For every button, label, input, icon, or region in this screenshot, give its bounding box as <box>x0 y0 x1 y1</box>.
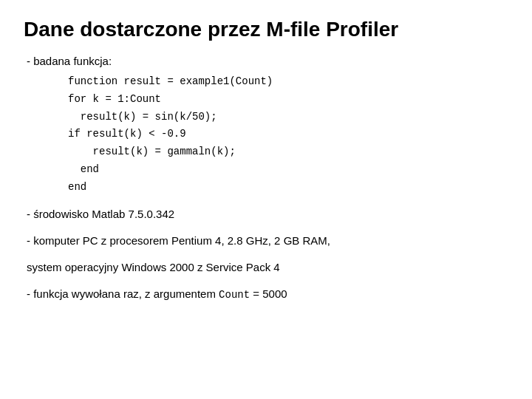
code-line-5: if result(k) < -0.9 <box>68 126 508 143</box>
badana-label: - badana funkcja: <box>27 55 508 67</box>
code-line-7: end <box>68 161 508 179</box>
code-line-8: end <box>68 179 508 197</box>
bullet-funkcja-suffix: = 5000 <box>250 287 287 300</box>
bullet-komputer: - komputer PC z procesorem Pentium 4, 2.… <box>27 232 508 250</box>
code-line-6: result(k) = gammaln(k); <box>68 143 508 161</box>
bullet-funkcja: - funkcja wywołana raz, z argumentem Cou… <box>27 285 508 303</box>
page-title: Dane dostarczone przez M-file Profiler <box>24 18 508 41</box>
bullet-funkcja-code: Count <box>219 289 250 301</box>
code-line-3: for k = 1:Count <box>68 91 508 109</box>
bullet-funkcja-prefix: - funkcja wywołana raz, z argumentem <box>27 287 219 300</box>
code-line-4: result(k) = sin(k/50); <box>68 109 508 126</box>
code-line-1: function result = example1(Count) <box>68 73 508 91</box>
code-block: function result = example1(Count) for k … <box>68 73 508 197</box>
bullet-srodowisko: - środowisko Matlab 7.5.0.342 <box>27 205 508 223</box>
bullet-system: system operacyjny Windows 2000 z Service… <box>27 259 508 276</box>
